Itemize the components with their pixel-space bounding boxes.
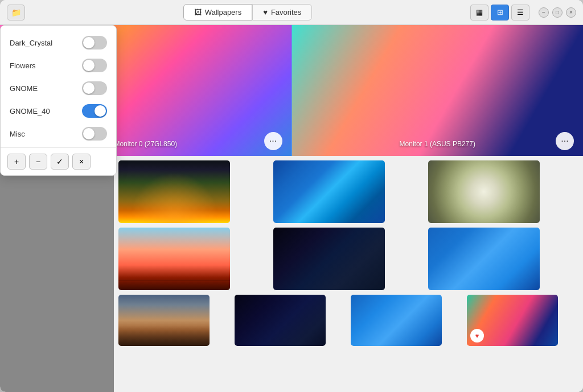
titlebar: 📁 🖼 Wallpapers ♥ Favorites ▦ ⊞ ☰ − □ × (0, 0, 583, 25)
filter-panel: Dark_Crystal Flowers GNOME GNOME_40 (0, 25, 117, 176)
tab-wallpapers[interactable]: 🖼 Wallpapers (183, 4, 253, 20)
wallpaper-thumb-colorful[interactable]: ♥ (467, 295, 558, 346)
monitor-0-more-button[interactable]: ··· (264, 132, 282, 150)
toggle-knob (83, 82, 95, 94)
toggle-knob (83, 37, 95, 48)
filter-toggle-flowers[interactable] (82, 59, 107, 72)
filter-label-flowers: Flowers (10, 61, 36, 70)
maximize-button[interactable]: □ (552, 7, 563, 18)
monitor-1-wallpaper (292, 25, 584, 156)
add-category-button[interactable]: + (7, 154, 26, 170)
filter-row-gnome-40: GNOME_40 (1, 100, 116, 122)
wallpaper-thumb-aerial-snow[interactable] (428, 160, 540, 223)
wallpaper-thumb-blue-tangram2[interactable] (351, 295, 442, 346)
left-panel-placeholder (0, 156, 114, 392)
filter-toggle-dark-crystal[interactable] (82, 36, 107, 49)
monitor-1-more-button[interactable]: ··· (556, 132, 574, 150)
folder-button[interactable]: 📁 (7, 5, 25, 20)
confirm-button[interactable]: ✓ (51, 154, 69, 170)
filter-label-gnome: GNOME (10, 84, 38, 93)
remove-category-button[interactable]: − (29, 154, 47, 170)
monitor-0-label: Monitor 0 (27GL850) (114, 140, 177, 148)
favorites-tab-label: Favorites (271, 8, 301, 16)
filter-row-flowers: Flowers (1, 54, 116, 77)
app-window: 📁 🖼 Wallpapers ♥ Favorites ▦ ⊞ ☰ − □ × (0, 0, 583, 392)
filter-row-dark-crystal: Dark_Crystal (1, 31, 116, 54)
panel-actions: + − ✓ × (1, 147, 116, 175)
wallpapers-tab-label: Wallpapers (205, 8, 242, 16)
wallpaper-thumb-dark-geo[interactable] (273, 228, 385, 290)
filter-label-dark-crystal: Dark_Crystal (10, 39, 52, 47)
filter-label-gnome-40: GNOME_40 (10, 107, 50, 115)
favorite-badge: ♥ (470, 329, 484, 343)
close-button[interactable]: × (566, 7, 576, 18)
titlebar-center: 🖼 Wallpapers ♥ Favorites (25, 4, 470, 20)
toggle-knob (83, 128, 95, 139)
view-large-grid-button[interactable]: ⊞ (491, 5, 509, 20)
monitor-1-label: Monitor 1 (ASUS PB277) (400, 140, 475, 148)
wallpaper-thumb-blue-tangram[interactable] (428, 228, 540, 290)
cancel-button[interactable]: × (72, 154, 91, 170)
wallpaper-thumb-forest[interactable] (118, 160, 230, 223)
favorite-icon: ♥ (475, 332, 479, 339)
titlebar-right: ▦ ⊞ ☰ − □ × (470, 5, 576, 20)
below-monitors: ♥ (0, 156, 583, 392)
wallpaper-thumb-sunset2[interactable] (118, 295, 210, 346)
filter-label-misc: Misc (10, 130, 25, 138)
toggle-knob (83, 60, 95, 71)
filter-row-gnome: GNOME (1, 77, 116, 100)
monitor-1-preview: Monitor 1 (ASUS PB277) ··· (292, 25, 584, 156)
filter-toggle-misc[interactable] (82, 127, 107, 141)
view-small-grid-button[interactable]: ▦ (470, 5, 488, 20)
wallpapers-tab-icon: 🖼 (194, 8, 202, 16)
filter-row-misc: Misc (1, 122, 116, 145)
toggle-knob (95, 105, 106, 117)
window-controls: − □ × (539, 7, 576, 18)
tab-favorites[interactable]: ♥ Favorites (252, 4, 312, 20)
wallpaper-thumb-dark-tangram[interactable] (235, 295, 326, 346)
wallpaper-thumb-geo-blue[interactable] (273, 160, 385, 223)
filter-toggle-gnome[interactable] (82, 81, 107, 95)
main-area: Dark_Crystal Flowers GNOME GNOME_40 (0, 25, 583, 392)
titlebar-left: 📁 (7, 5, 25, 20)
minimize-button[interactable]: − (539, 7, 549, 18)
favorites-tab-icon: ♥ (263, 8, 268, 16)
wallpaper-thumb-sunset[interactable] (118, 228, 230, 290)
view-list-button[interactable]: ☰ (511, 5, 529, 20)
filter-toggle-gnome-40[interactable] (82, 104, 107, 118)
